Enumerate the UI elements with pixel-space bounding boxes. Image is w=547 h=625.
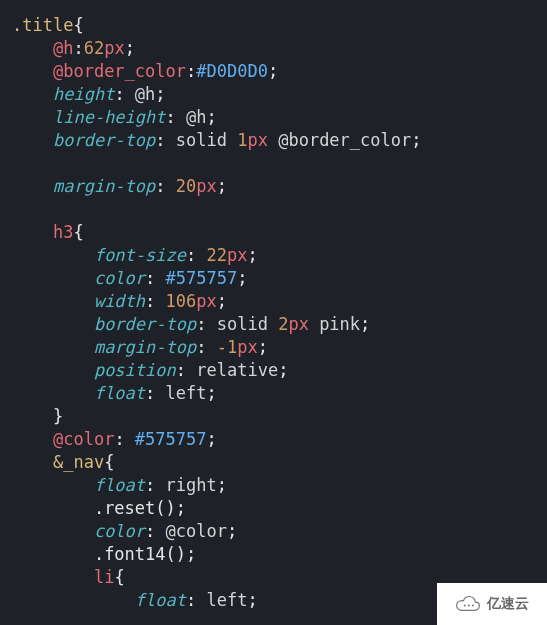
code-line: font-size: 22px;: [12, 245, 258, 265]
token-kw: @color: [166, 521, 227, 541]
code-line: @color: #575757;: [12, 429, 217, 449]
token-punct: :: [114, 429, 134, 449]
token-punct: {: [104, 452, 114, 472]
code-line: color: #575757;: [12, 268, 247, 288]
code-line: margin-top: -1px;: [12, 337, 268, 357]
token-punct: ;: [360, 314, 370, 334]
code-line: @h:62px;: [12, 38, 135, 58]
token-punct: :: [155, 176, 175, 196]
token-tok: [12, 268, 94, 288]
code-line: .reset();: [12, 498, 186, 518]
token-tok: [12, 61, 53, 81]
code-line: border-top: solid 1px @border_color;: [12, 130, 422, 150]
token-punct: :: [196, 314, 216, 334]
token-tok: [12, 544, 94, 564]
code-line: margin-top: 20px;: [12, 176, 227, 196]
token-punct: :: [73, 38, 83, 58]
token-punct: ;: [247, 245, 257, 265]
token-num: 1: [237, 130, 247, 150]
token-punct: ;: [125, 38, 135, 58]
token-num: 20: [176, 176, 196, 196]
token-punct: }: [53, 406, 63, 426]
token-tok: [12, 337, 94, 357]
token-kw: solid: [217, 314, 278, 334]
token-punct: :: [145, 475, 165, 495]
token-tok: [12, 222, 53, 242]
token-prop: float: [135, 590, 186, 610]
token-tok: [12, 406, 53, 426]
token-punct: :: [176, 360, 196, 380]
token-punct: :: [114, 84, 134, 104]
token-punct: :: [155, 130, 175, 150]
token-punct: ;: [258, 337, 268, 357]
token-mixin: .reset: [94, 498, 155, 518]
code-line: float: left;: [12, 383, 217, 403]
code-editor: .title{ @h:62px; @border_color:#D0D0D0; …: [0, 0, 547, 625]
token-punct: ;: [207, 383, 217, 403]
token-prop: height: [53, 84, 114, 104]
token-tok: [12, 590, 135, 610]
token-hex: #D0D0D0: [196, 61, 268, 81]
token-punct: :: [145, 291, 165, 311]
token-num: 62: [84, 38, 104, 58]
token-unit: px: [237, 337, 257, 357]
cloud-icon: [455, 594, 481, 615]
code-line: line-height: @h;: [12, 107, 217, 127]
token-prop: color: [94, 268, 145, 288]
token-unit: px: [288, 314, 308, 334]
code-line: border-top: solid 2px pink;: [12, 314, 370, 334]
token-num: 22: [207, 245, 227, 265]
token-prop: margin-top: [94, 337, 196, 357]
token-punct: ;: [155, 84, 165, 104]
token-punct: {: [73, 15, 83, 35]
code-line: li{: [12, 567, 125, 587]
code-line: float: right;: [12, 475, 227, 495]
token-tok: [12, 314, 94, 334]
token-punct: {: [73, 222, 83, 242]
code-line: @border_color:#D0D0D0;: [12, 61, 278, 81]
token-punct: ;: [278, 360, 288, 380]
token-tok: [12, 498, 94, 518]
token-amp: &: [53, 452, 63, 472]
token-hex: #575757: [135, 429, 207, 449]
token-unit: px: [196, 291, 216, 311]
token-tok: [12, 245, 94, 265]
token-unit: px: [247, 130, 267, 150]
token-num: 106: [166, 291, 197, 311]
token-tok: [12, 383, 94, 403]
token-mixin: .font14: [94, 544, 166, 564]
token-num: -1: [217, 337, 237, 357]
token-tok: [12, 107, 53, 127]
token-kw: @h: [135, 84, 155, 104]
token-kw: pink: [309, 314, 360, 334]
code-line: width: 106px;: [12, 291, 227, 311]
watermark-text: 亿速云: [487, 595, 529, 613]
token-punct: :: [196, 337, 216, 357]
token-prop: width: [94, 291, 145, 311]
code-line: height: @h;: [12, 84, 166, 104]
svg-point-0: [464, 604, 466, 606]
token-punct: :: [186, 245, 206, 265]
code-line: position: relative;: [12, 360, 288, 380]
token-punct: :: [166, 107, 186, 127]
token-punct: ;: [217, 176, 227, 196]
token-prop: color: [94, 521, 145, 541]
token-punct: ;: [207, 107, 217, 127]
token-tok: [12, 429, 53, 449]
token-punct: ;: [411, 130, 421, 150]
token-sel: .title: [12, 15, 73, 35]
token-tok: [12, 475, 94, 495]
svg-point-1: [468, 604, 470, 606]
token-punct: ;: [227, 521, 237, 541]
token-tok: [12, 38, 53, 58]
token-kw: left: [166, 383, 207, 403]
token-kw: right: [166, 475, 217, 495]
token-prop: position: [94, 360, 176, 380]
svg-point-2: [472, 604, 474, 606]
token-var: li: [94, 567, 114, 587]
token-punct: ;: [237, 268, 247, 288]
token-unit: px: [227, 245, 247, 265]
code-line: .title{: [12, 15, 84, 35]
token-tok: [12, 452, 53, 472]
token-tok: [12, 84, 53, 104]
